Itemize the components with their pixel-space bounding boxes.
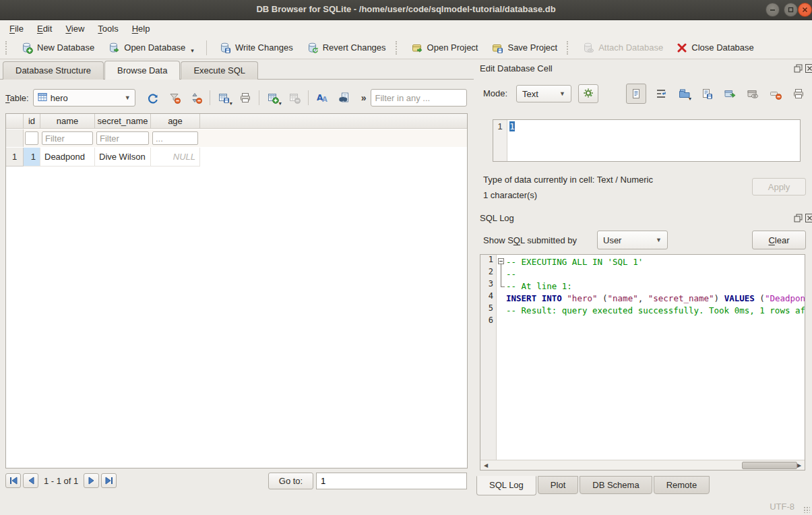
fold-marker-icon[interactable] [498, 258, 504, 264]
link-button[interactable] [745, 86, 761, 102]
menu-item-view[interactable]: View [59, 22, 91, 35]
dropdown-arrow-icon[interactable]: ▾ [689, 96, 691, 102]
goto-button[interactable]: Go to: [268, 473, 313, 489]
selected-text: 1 [509, 121, 515, 131]
scroll-left-icon[interactable]: ◀ [481, 461, 491, 470]
column-header-id[interactable]: id [24, 114, 40, 129]
scrollbar-thumb[interactable] [742, 462, 797, 469]
menu-item-file[interactable]: File [3, 22, 30, 35]
dropdown-arrow-icon[interactable]: ▾ [230, 100, 232, 107]
import-button[interactable]: ▾ [676, 86, 692, 102]
close-button[interactable] [798, 3, 812, 17]
tab-database-structure[interactable]: Database Structure [3, 61, 104, 80]
filter-input-secret_name[interactable] [96, 131, 149, 145]
sort-clear-icon [190, 92, 202, 104]
filter-input-age[interactable] [152, 131, 198, 145]
show-sql-select[interactable]: User ▼ [597, 231, 668, 249]
resize-grip[interactable] [803, 506, 810, 513]
sort-clear-button[interactable] [187, 89, 206, 107]
cell-age[interactable]: NULL [151, 148, 200, 166]
filter-input-name[interactable] [42, 131, 93, 145]
prev-record-button[interactable] [23, 473, 38, 488]
open-database-button[interactable]: Open Database▾ [101, 38, 201, 57]
refresh-button[interactable] [144, 89, 162, 107]
status-bar: UTF-8 [0, 499, 812, 515]
attach-database-button[interactable]: Attach Database [575, 38, 670, 57]
dock-tab-sql-log[interactable]: SQL Log [476, 476, 536, 495]
close-database-button[interactable]: Close Database [670, 39, 761, 57]
record-new-icon [267, 92, 279, 104]
float-panel-icon[interactable] [794, 214, 803, 222]
tab-browse-data[interactable]: Browse Data [104, 61, 180, 80]
auto-apply-button[interactable] [578, 84, 598, 103]
save-project-button[interactable]: Save Project [485, 38, 564, 57]
chevron-down-icon: ▼ [125, 94, 131, 101]
titlebar: DB Browser for SQLite - /home/user/code/… [0, 0, 812, 20]
close-icon [801, 6, 809, 13]
column-header-secret_name[interactable]: secret_name [95, 114, 151, 129]
cell-id[interactable]: 1 [24, 148, 40, 166]
set-null-button[interactable] [768, 86, 784, 102]
mode-label: Mode: [483, 88, 507, 98]
toolbar-button-label: Write Changes [235, 42, 293, 53]
apply-button[interactable]: Apply [752, 178, 806, 195]
app-window: DB Browser for SQLite - /home/user/code/… [0, 0, 812, 515]
column-header-name[interactable]: name [40, 114, 95, 129]
tab-execute-sql[interactable]: Execute SQL [181, 61, 258, 80]
print-cell-button[interactable] [790, 86, 807, 102]
minimize-button[interactable] [766, 3, 780, 17]
column-header-age[interactable]: age [151, 114, 200, 129]
menu-item-tools[interactable]: Tools [91, 22, 125, 35]
find-button[interactable] [334, 89, 353, 107]
write-changes-button[interactable]: Write Changes [212, 38, 300, 57]
toolbar-overflow-chevron[interactable]: » [361, 92, 367, 103]
toolbar-handle [5, 41, 9, 55]
menu-item-edit[interactable]: Edit [30, 22, 59, 35]
toolbar-separator [210, 90, 210, 105]
close-panel-icon[interactable] [805, 214, 812, 222]
dropdown-arrow-icon[interactable]: ▾ [279, 100, 282, 107]
toolbar-button-label: Close Database [691, 42, 754, 53]
first-record-button[interactable] [5, 473, 21, 488]
print-button[interactable] [236, 89, 255, 107]
main-tabstrip: Database StructureBrowse DataExecute SQL [3, 61, 259, 80]
record-new-button[interactable]: ▾ [263, 89, 282, 107]
text-mode-button[interactable] [626, 84, 646, 104]
table-export-button[interactable]: ▾ [214, 89, 233, 107]
log-line-number: 2 [480, 267, 496, 279]
float-panel-icon[interactable] [794, 64, 803, 73]
sql-log-hscrollbar[interactable]: ◀ ▶ [480, 460, 805, 470]
filter-any-input[interactable] [371, 89, 467, 107]
word-wrap-button[interactable] [653, 86, 669, 102]
clear-log-button[interactable]: Clear [752, 231, 806, 249]
row-number[interactable]: 1 [6, 148, 24, 166]
close-panel-icon[interactable] [805, 64, 812, 73]
cell-secret_name[interactable]: Dive Wilson [95, 148, 151, 166]
menu-item-help[interactable]: Help [125, 22, 157, 35]
table-select[interactable]: hero ▼ [33, 89, 135, 107]
last-record-button[interactable] [101, 473, 117, 488]
filter-clear-button[interactable] [165, 89, 184, 107]
dock-tab-remote[interactable]: Remote [654, 476, 710, 494]
mode-select[interactable]: Text ▼ [516, 85, 571, 102]
revert-changes-button[interactable]: Revert Changes [300, 38, 393, 57]
dock-tab-db-schema[interactable]: DB Schema [580, 476, 652, 494]
new-database-button[interactable]: New Database [14, 38, 101, 57]
maximize-button[interactable] [784, 3, 798, 17]
save-as-button[interactable] [699, 86, 715, 102]
goto-input[interactable] [316, 473, 467, 489]
dropdown-arrow-icon[interactable]: ▾ [191, 47, 194, 54]
db-open-icon [108, 42, 120, 54]
sql-log-view[interactable]: 123456 -- EXECUTING ALL IN 'SQL 1'---- A… [480, 254, 805, 471]
cell-name[interactable]: Deadpond [40, 148, 95, 166]
format-button[interactable]: AA [313, 89, 332, 107]
fold-guide-corner [501, 286, 505, 287]
last-record-icon [104, 477, 114, 485]
next-record-button[interactable] [84, 473, 99, 488]
cell-editor[interactable]: 1 1 [493, 119, 801, 162]
filter-input-id[interactable] [25, 131, 38, 145]
dock-tab-plot[interactable]: Plot [538, 476, 578, 494]
chevron-down-icon: ▼ [656, 237, 662, 243]
export-cell-button[interactable] [722, 86, 738, 102]
open-project-button[interactable]: Open Project [404, 38, 485, 57]
